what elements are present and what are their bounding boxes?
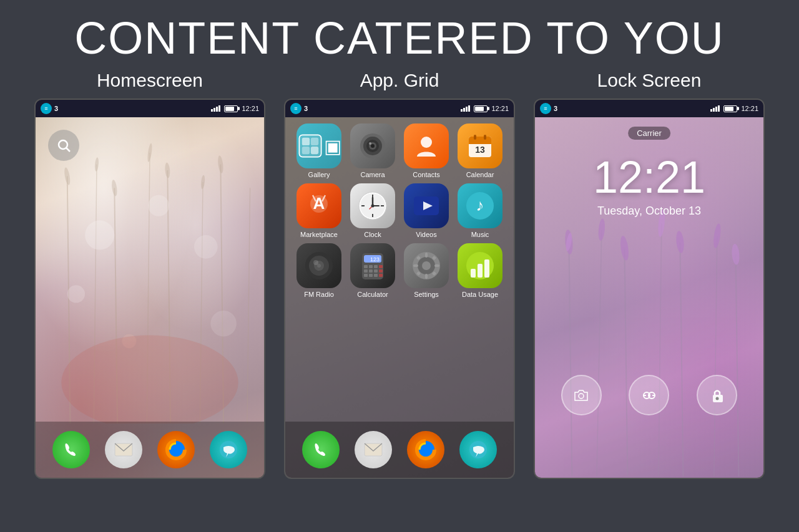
- appgrid-dock-phone[interactable]: [302, 431, 340, 468]
- svg-point-17: [194, 235, 218, 259]
- svg-point-22: [59, 140, 67, 149]
- videos-label: Videos: [416, 231, 436, 238]
- svg-point-8: [64, 167, 71, 185]
- dock-firefox-icon[interactable]: [157, 431, 195, 468]
- status-num-2: 3: [304, 105, 308, 112]
- appgrid-dock-firefox[interactable]: [407, 431, 444, 468]
- app-item-videos[interactable]: Videos: [402, 183, 451, 238]
- app-item-clock[interactable]: Clock: [348, 183, 397, 238]
- appgrid-phone: ≡ 3 12:21: [284, 99, 515, 479]
- svg-point-18: [67, 285, 85, 302]
- dock-chat-icon[interactable]: [210, 431, 247, 468]
- appgrid-section: App. Grid ≡ 3 1: [284, 70, 515, 479]
- lockscreen-phone: ≡ 3 12:21: [534, 99, 765, 479]
- videos-icon: [404, 183, 449, 228]
- svg-rect-74: [364, 269, 368, 273]
- svg-point-21: [61, 336, 238, 424]
- data-label: Data Usage: [462, 291, 498, 298]
- lockscreen-lock-btn[interactable]: [697, 375, 737, 415]
- svg-rect-96: [484, 259, 489, 278]
- svg-line-7: [247, 188, 250, 423]
- svg-text:A: A: [313, 194, 325, 213]
- data-icon: [458, 243, 502, 288]
- app-item-settings[interactable]: Settings: [402, 243, 451, 298]
- svg-point-57: [371, 205, 375, 208]
- svg-rect-81: [379, 274, 383, 277]
- app-item-radio[interactable]: FM Radio: [295, 243, 343, 298]
- svg-text:123: 123: [370, 256, 380, 263]
- svg-point-84: [422, 261, 431, 270]
- status-left-3: ≡ 3: [540, 103, 557, 114]
- svg-point-19: [210, 311, 237, 337]
- svg-line-105: [714, 236, 717, 476]
- svg-point-66: [313, 260, 318, 265]
- status-time: 12:21: [242, 105, 259, 112]
- svg-point-11: [147, 143, 153, 162]
- dock-email-icon[interactable]: [105, 431, 142, 468]
- homescreen-dock: [36, 422, 264, 478]
- svg-rect-32: [311, 147, 318, 154]
- svg-point-13: [200, 175, 205, 189]
- svg-line-23: [66, 148, 70, 152]
- status-num: 3: [54, 105, 58, 112]
- lockscreen-camera-btn[interactable]: [561, 375, 602, 415]
- svg-text:13: 13: [475, 145, 485, 155]
- network-icon: ≡: [41, 103, 52, 114]
- svg-rect-78: [364, 274, 368, 277]
- svg-point-14: [217, 155, 224, 173]
- svg-rect-88: [434, 264, 439, 267]
- svg-rect-95: [478, 264, 483, 278]
- svg-point-112: [675, 231, 685, 254]
- network-icon-3: ≡: [540, 103, 551, 114]
- status-left: ≡ 3: [41, 103, 58, 114]
- battery-icon-2: [474, 105, 488, 112]
- homescreen-label: Homescreen: [97, 70, 203, 91]
- svg-point-115: [579, 394, 584, 399]
- svg-rect-71: [369, 265, 373, 268]
- calculator-label: Calculator: [357, 291, 388, 298]
- lockscreen-unlock-btn[interactable]: [629, 375, 669, 415]
- svg-line-101: [597, 230, 602, 476]
- app-item-contacts[interactable]: Contacts: [402, 123, 451, 178]
- svg-rect-75: [369, 269, 373, 273]
- svg-point-37: [371, 144, 375, 148]
- app-item-calendar[interactable]: 13 Calendar: [456, 123, 504, 178]
- appgrid-label: App. Grid: [360, 70, 439, 91]
- contacts-label: Contacts: [413, 171, 439, 178]
- homescreen-status-bar: ≡ 3 12:21: [36, 100, 264, 117]
- svg-line-100: [569, 242, 572, 476]
- svg-line-104: [680, 242, 683, 476]
- music-icon: ♪: [458, 183, 502, 228]
- app-item-gallery[interactable]: Gallery: [295, 123, 343, 178]
- appgrid-dock-email[interactable]: [355, 431, 392, 468]
- clock-label: Clock: [364, 231, 381, 238]
- app-item-calculator[interactable]: 123: [348, 243, 397, 298]
- app-item-music[interactable]: ♪ Music: [456, 183, 504, 238]
- svg-rect-77: [379, 269, 383, 273]
- clock-icon: [350, 183, 395, 228]
- camera-label: Camera: [360, 171, 385, 178]
- music-label: Music: [471, 231, 489, 238]
- gallery-icon: [297, 123, 341, 168]
- svg-rect-73: [379, 265, 383, 268]
- dock-phone-icon[interactable]: [52, 431, 90, 468]
- app-item-marketplace[interactable]: A Marketplace: [295, 183, 343, 238]
- svg-point-15: [85, 220, 114, 249]
- svg-rect-42: [469, 142, 491, 144]
- signal-bars: [211, 105, 220, 112]
- camera-icon: [350, 123, 395, 168]
- marketplace-icon: A: [297, 183, 341, 228]
- svg-point-10: [111, 180, 118, 196]
- svg-point-113: [712, 223, 722, 249]
- status-num-3: 3: [554, 105, 557, 112]
- svg-point-9: [94, 157, 99, 172]
- status-time-2: 12:21: [491, 105, 509, 112]
- appgrid-dock-chat[interactable]: [459, 431, 497, 468]
- app-item-camera[interactable]: Camera: [348, 123, 397, 178]
- gallery-label: Gallery: [308, 171, 330, 178]
- app-item-data[interactable]: Data Usage: [456, 243, 504, 298]
- homescreen-search-btn[interactable]: [48, 130, 79, 161]
- svg-rect-85: [425, 253, 428, 258]
- svg-rect-70: [364, 265, 368, 268]
- appgrid-status-bar: ≡ 3 12:21: [285, 100, 514, 117]
